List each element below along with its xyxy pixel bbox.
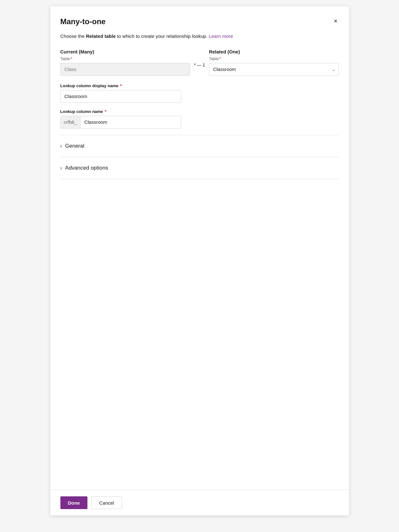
required-star: * <box>71 56 72 61</box>
advanced-section-header[interactable]: › Advanced options <box>60 165 339 171</box>
related-table-label: Table* <box>209 56 339 61</box>
related-table-select-wrapper: Classroom ⌄ <box>209 63 339 76</box>
lookup-column-name-input[interactable] <box>80 116 181 128</box>
divider-1 <box>60 135 339 135</box>
related-table-section: Related (One) Table* Classroom ⌄ <box>209 49 339 76</box>
done-button[interactable]: Done <box>60 496 88 509</box>
dialog-header: Many-to-one × <box>60 17 339 26</box>
related-section-heading: Related (One) <box>209 49 339 54</box>
description-suffix: to which to create your relationship loo… <box>116 33 208 39</box>
general-section-header[interactable]: › General <box>60 143 339 149</box>
general-chevron-icon: › <box>60 143 62 149</box>
tables-row: Current (Many) Table* * — 1 Related (One… <box>60 49 339 76</box>
close-button[interactable]: × <box>333 17 339 25</box>
current-table-label: Table* <box>60 56 190 61</box>
display-name-required-star: * <box>119 83 122 88</box>
column-name-required-star: * <box>104 109 107 114</box>
advanced-section-title: Advanced options <box>65 165 108 171</box>
many-symbol: * <box>194 62 196 67</box>
dialog-content: Many-to-one × Choose the Related table t… <box>50 6 349 340</box>
dash-symbol: — <box>197 62 201 67</box>
lookup-column-name-input-wrapper: crfb6_ <box>60 116 181 129</box>
divider-3 <box>60 179 339 179</box>
lookup-display-name-group: Lookup column display name * <box>60 83 181 103</box>
current-table-section: Current (Many) Table* <box>60 49 190 76</box>
close-icon: × <box>334 18 338 24</box>
description-prefix: Choose the <box>60 33 86 39</box>
many-to-one-dialog: Many-to-one × Choose the Related table t… <box>50 6 349 515</box>
description-text: Choose the Related table to which to cre… <box>60 33 339 40</box>
lookup-display-name-input[interactable] <box>60 90 181 103</box>
description-bold: Related table <box>86 33 115 39</box>
advanced-section: › Advanced options <box>60 160 339 176</box>
form-fields-section: Lookup column display name * Lookup colu… <box>60 83 181 129</box>
current-section-heading: Current (Many) <box>60 49 190 54</box>
dialog-title: Many-to-one <box>60 17 106 26</box>
related-table-select[interactable]: Classroom <box>209 63 339 76</box>
learn-more-link[interactable]: Learn more <box>209 33 233 39</box>
lookup-column-name-group: Lookup column name * crfb6_ <box>60 109 181 129</box>
relation-connector: * — 1 <box>190 49 209 67</box>
lookup-column-name-label: Lookup column name * <box>60 109 181 114</box>
general-section: › General <box>60 138 339 154</box>
divider-2 <box>60 157 339 157</box>
dialog-footer: Done Cancel <box>50 490 349 515</box>
one-symbol: 1 <box>203 62 205 67</box>
related-required-star: * <box>219 56 221 61</box>
column-name-prefix: crfb6_ <box>61 116 81 128</box>
general-section-title: General <box>65 143 84 149</box>
current-table-input <box>60 63 190 76</box>
lookup-display-name-label: Lookup column display name * <box>60 83 181 88</box>
cancel-button[interactable]: Cancel <box>91 496 122 509</box>
spacer <box>50 340 349 490</box>
advanced-chevron-icon: › <box>60 165 62 171</box>
